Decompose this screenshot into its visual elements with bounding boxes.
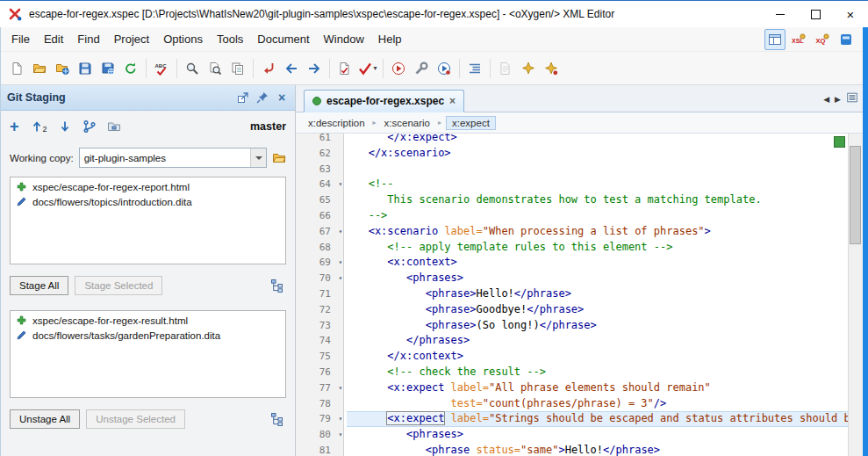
pull-icon[interactable] — [58, 119, 72, 134]
browse-working-copy-button[interactable] — [272, 151, 286, 165]
editor-list-icon[interactable] — [846, 91, 858, 107]
unstage-selected-button[interactable]: Unstage Selected — [86, 409, 185, 429]
code-line-63[interactable]: 63 — [296, 162, 849, 177]
float-icon[interactable] — [236, 90, 250, 105]
code-line-66[interactable]: 66 --> — [296, 208, 849, 224]
vertical-scrollbar[interactable] — [848, 134, 863, 456]
code-line-62[interactable]: 62 </x:scenario> — [296, 146, 849, 162]
menu-window[interactable]: Window — [317, 29, 371, 49]
file-row[interactable]: docs/flowers/tasks/gardenPreparation.dit… — [11, 328, 285, 343]
xquery-debugger-perspective-icon[interactable]: XQ — [812, 29, 833, 50]
breadcrumb-item-x-expect[interactable]: x:expect — [446, 116, 496, 130]
editor-perspective-icon[interactable] — [764, 29, 786, 50]
breadcrumb-item-x-description[interactable]: x:description — [305, 117, 369, 129]
code-line-77[interactable]: 77▾ <x:expect label="All phrase elements… — [296, 380, 849, 396]
menu-edit[interactable]: Edit — [37, 29, 70, 49]
menu-file[interactable]: File — [4, 29, 37, 49]
stage-plus-icon[interactable]: + — [10, 120, 19, 133]
toolbar-separator — [383, 59, 384, 78]
code-line-71[interactable]: 71 <phrase>Hello!</phrase> — [296, 286, 849, 302]
refactoring-icon[interactable] — [517, 57, 540, 80]
change-tracking-icon[interactable] — [494, 57, 517, 80]
debug-transformation-icon[interactable] — [433, 57, 456, 80]
unstaged-tree-view-icon[interactable] — [269, 278, 286, 293]
file-row[interactable]: docs/flowers/topics/introduction.dita — [11, 194, 285, 209]
menu-bar: FileEditFindProjectOptionsToolsDocumentW… — [1, 27, 863, 52]
apply-transformation-icon[interactable] — [387, 57, 410, 80]
format-indent-icon[interactable] — [463, 57, 486, 80]
save-url-icon[interactable] — [97, 57, 119, 80]
spell-check-icon[interactable]: ABC — [150, 57, 173, 80]
breadcrumb-item-x-scenario[interactable]: x:scenario — [381, 117, 434, 129]
menu-options[interactable]: Options — [156, 29, 210, 49]
file-row[interactable]: xspec/escape-for-regex-result.html — [11, 313, 285, 328]
code-editor[interactable]: 61 </x:expect>62 </x:scenario>6364▾ <!--… — [296, 134, 863, 456]
xslt-debugger-perspective-icon[interactable]: XSL — [788, 29, 809, 50]
code-line-text: <!-- check the result --> — [347, 365, 849, 380]
forward-icon[interactable] — [303, 57, 326, 80]
code-line-64[interactable]: 64▾ <!-- — [296, 177, 849, 192]
open-icon[interactable] — [28, 57, 51, 80]
tab-close-icon[interactable]: × — [449, 96, 456, 106]
code-line-72[interactable]: 72 <phrase>Goodbye!</phrase> — [296, 302, 849, 318]
code-line-68[interactable]: 68 <!-- apply template rules to this ele… — [296, 240, 849, 256]
staged-tree-view-icon[interactable] — [269, 411, 286, 427]
code-line-76[interactable]: 76 <!-- check the result --> — [296, 365, 849, 380]
find-in-files-icon[interactable] — [204, 57, 226, 80]
git-toolbar-icons: +2 — [10, 119, 121, 134]
code-line-73[interactable]: 73 <phrase>(So long!)</phrase> — [296, 318, 849, 334]
code-line-79[interactable]: 79▾ <x:expect label="Strings should be e… — [296, 411, 849, 427]
menu-find[interactable]: Find — [70, 29, 106, 49]
branch-manager-icon[interactable] — [82, 119, 97, 134]
stage-all-button[interactable]: Stage All — [10, 276, 68, 295]
scrollbar-thumb[interactable] — [850, 146, 861, 244]
menu-help[interactable]: Help — [371, 29, 409, 49]
code-line-67[interactable]: 67▾ <x:scenario label="When processing a… — [296, 224, 849, 240]
reload-icon[interactable] — [119, 57, 142, 80]
code-line-80[interactable]: 80▾ <phrases> — [296, 427, 849, 443]
code-line-69[interactable]: 69▾ <x:context> — [296, 255, 849, 271]
working-copy-combobox[interactable]: git-plugin-samples — [79, 148, 267, 168]
menu-tools[interactable]: Tools — [210, 29, 250, 49]
maximize-button[interactable] — [798, 1, 833, 27]
unstaged-files-list[interactable]: xspec/escape-for-regex-report.htmldocs/f… — [10, 177, 286, 264]
pin-icon[interactable] — [255, 90, 269, 105]
push-icon[interactable]: 2 — [30, 119, 47, 134]
code-line-74[interactable]: 74 </phrases> — [296, 333, 849, 349]
code-line-61[interactable]: 61 </x:expect> — [296, 134, 849, 146]
staged-files-list[interactable]: xspec/escape-for-regex-result.htmldocs/f… — [10, 310, 286, 398]
code-line-65[interactable]: 65 This scenario demonstrates how to tes… — [296, 192, 849, 208]
code-line-75[interactable]: 75 </x:context> — [296, 349, 849, 365]
stage-selected-button[interactable]: Stage Selected — [75, 276, 162, 295]
validate-icon[interactable] — [334, 57, 356, 80]
code-line-81[interactable]: 81 <phrase status="same">Hello!</phrase> — [296, 443, 849, 456]
find-resource-icon[interactable] — [226, 57, 249, 80]
save-icon[interactable] — [74, 57, 97, 80]
new-icon[interactable] — [5, 57, 28, 80]
prev-editor-icon[interactable]: ◀ — [823, 96, 829, 104]
go-to-modification-icon[interactable] — [257, 57, 280, 80]
code-line-text: <phrase>(So long!)</phrase> — [347, 318, 849, 334]
menu-document[interactable]: Document — [250, 29, 316, 49]
file-row[interactable]: xspec/escape-for-regex-report.html — [11, 179, 285, 194]
submodules-icon[interactable] — [107, 119, 121, 134]
close-icon[interactable]: × — [275, 90, 289, 105]
open-url-icon[interactable] — [51, 57, 74, 80]
combo-dropdown-button[interactable] — [250, 148, 266, 167]
quick-fix-icon[interactable] — [540, 57, 563, 80]
back-icon[interactable] — [280, 57, 303, 80]
code-line-70[interactable]: 70▾ <phrases> — [296, 271, 849, 286]
validate-menu-icon[interactable]: ▾ — [356, 57, 379, 80]
code-line-78[interactable]: 78 test="count(phrases/phrase) = 3"/> — [296, 396, 849, 412]
layout-icon[interactable] — [836, 29, 857, 50]
configure-transformation-icon[interactable] — [410, 57, 433, 80]
next-editor-icon[interactable]: ▶ — [835, 96, 841, 104]
fold-marker-icon: ▾ — [334, 224, 347, 240]
minimize-button[interactable] — [763, 1, 798, 27]
close-button[interactable]: × — [833, 1, 868, 27]
unstage-all-button[interactable]: Unstage All — [10, 409, 80, 429]
tab-escape-for-regex[interactable]: escape-for-regex.xspec × — [304, 90, 464, 112]
menu-project[interactable]: Project — [107, 29, 156, 49]
code-line-text: <phrase>Goodbye!</phrase> — [347, 302, 849, 318]
find-icon[interactable] — [181, 57, 204, 80]
